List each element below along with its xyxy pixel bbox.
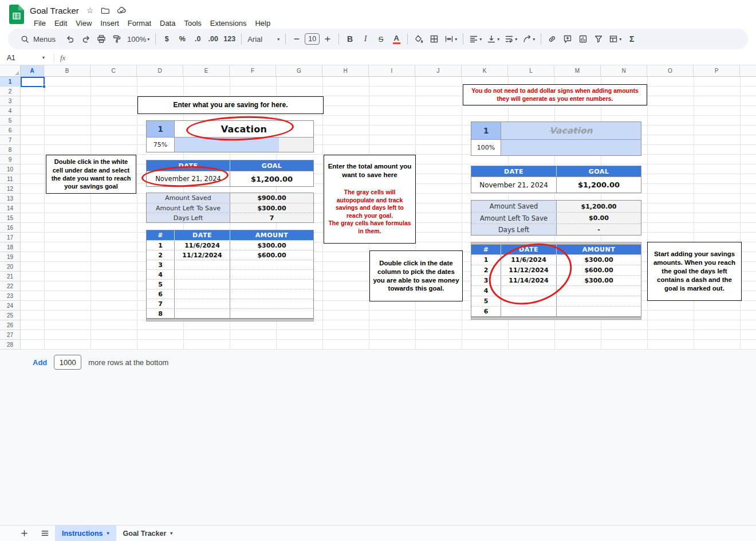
annotation-date-column[interactable]: Double click in the date column to pick … <box>369 250 463 301</box>
all-sheets-button[interactable] <box>34 526 55 541</box>
row-header-11[interactable]: 11 <box>0 174 21 184</box>
entry-date[interactable] <box>174 260 230 269</box>
menu-file[interactable]: File <box>30 18 50 29</box>
menu-insert[interactable]: Insert <box>96 18 123 29</box>
row-header-28[interactable]: 28 <box>0 340 21 350</box>
decrease-font-size-button[interactable] <box>289 32 304 46</box>
entry-date[interactable] <box>174 280 230 289</box>
entry-date[interactable] <box>174 299 230 308</box>
entry-amount[interactable]: $600.00 <box>230 250 313 260</box>
increase-decimals-button[interactable]: .00 <box>206 32 220 46</box>
goal-header-cell[interactable]: GOAL <box>230 160 313 171</box>
annotation-enter-total[interactable]: Enter the total amount you want to save … <box>324 155 416 244</box>
entry-amount[interactable] <box>230 309 313 318</box>
entry-date[interactable] <box>174 270 230 279</box>
increase-font-size-button[interactable] <box>320 32 335 46</box>
menu-format[interactable]: Format <box>124 18 155 29</box>
row-header-21[interactable]: 21 <box>0 272 21 281</box>
row-header-1[interactable]: 1 <box>0 77 21 87</box>
column-header-j[interactable]: J <box>415 65 462 77</box>
more-formats-button[interactable]: 123 <box>221 32 238 46</box>
row-header-9[interactable]: 9 <box>0 155 21 164</box>
name-box[interactable]: A1 ▾ <box>7 54 48 62</box>
text-wrap-button[interactable]: ▾ <box>502 32 519 46</box>
column-header-n[interactable]: N <box>601 65 647 77</box>
annotation-start-adding[interactable]: Start adding your savings amounts. When … <box>647 242 742 301</box>
move-folder-icon[interactable] <box>101 6 109 15</box>
format-percent-button[interactable]: % <box>175 32 190 46</box>
entry-num[interactable]: 2 <box>147 250 174 260</box>
star-icon[interactable]: ☆ <box>86 6 94 14</box>
insert-comment-button[interactable] <box>560 32 575 46</box>
paint-format-button[interactable] <box>109 32 124 46</box>
summary-value[interactable]: $0.00 <box>556 213 641 224</box>
summary-value[interactable]: $900.00 <box>230 193 313 203</box>
goal-amount-cell[interactable]: $1,200.00 <box>230 171 313 186</box>
row-header-20[interactable]: 20 <box>0 262 21 272</box>
row-header-5[interactable]: 5 <box>0 116 21 126</box>
entry-amount[interactable] <box>230 299 313 308</box>
cloud-status-icon[interactable] <box>117 6 126 15</box>
summary-value[interactable]: $300.00 <box>230 203 313 213</box>
redo-button[interactable] <box>78 32 93 46</box>
tab-instructions[interactable]: Instructions ▾ <box>55 526 116 541</box>
sheets-logo-icon[interactable] <box>9 5 24 26</box>
entry-num[interactable]: 7 <box>147 299 174 308</box>
goal-header-cell[interactable]: GOAL <box>556 166 641 177</box>
row-header-3[interactable]: 3 <box>0 96 21 106</box>
goal-amount-cell[interactable]: $1,200.00 <box>556 177 641 193</box>
grid-canvas[interactable]: Enter what you are saving for here. You … <box>0 77 756 350</box>
entry-amount[interactable]: $300.00 <box>230 241 313 250</box>
menu-help[interactable]: Help <box>251 18 274 29</box>
row-header-15[interactable]: 15 <box>0 213 21 223</box>
column-header-o[interactable]: O <box>647 65 694 77</box>
row-header-8[interactable]: 8 <box>0 145 21 155</box>
menu-view[interactable]: View <box>72 18 96 29</box>
entry-date[interactable] <box>174 309 230 318</box>
row-header-19[interactable]: 19 <box>0 252 21 262</box>
row-header-2[interactable]: 2 <box>0 87 21 96</box>
entry-num[interactable]: 3 <box>147 260 174 269</box>
menu-edit[interactable]: Edit <box>50 18 71 29</box>
entry-amount[interactable] <box>230 270 313 279</box>
entry-amount[interactable] <box>556 286 641 296</box>
percent-cell[interactable]: 75% <box>147 138 174 152</box>
table-header-date[interactable]: DATE <box>174 230 230 240</box>
column-header-k[interactable]: K <box>462 65 508 77</box>
menu-extensions[interactable]: Extensions <box>206 18 251 29</box>
row-header-17[interactable]: 17 <box>0 233 21 242</box>
entry-num[interactable]: 6 <box>471 307 501 316</box>
entry-date[interactable]: 11/12/2024 <box>174 250 230 260</box>
goal-number-cell[interactable]: 1 <box>147 121 174 137</box>
text-color-button[interactable]: A <box>389 32 404 46</box>
table-header-num[interactable]: # <box>471 245 501 254</box>
strikethrough-button[interactable]: S <box>373 32 388 46</box>
functions-button[interactable]: Σ <box>624 32 639 46</box>
undo-button[interactable] <box>63 32 78 46</box>
summary-label[interactable]: Days Left <box>471 224 556 235</box>
add-rows-button[interactable]: Add <box>33 358 47 367</box>
column-header-l[interactable]: L <box>508 65 554 77</box>
entry-num[interactable]: 8 <box>147 309 174 318</box>
text-rotation-button[interactable]: ▾ <box>520 32 537 46</box>
column-header-q[interactable]: Q <box>740 65 756 77</box>
row-header-22[interactable]: 22 <box>0 281 21 291</box>
create-filter-button[interactable] <box>591 32 606 46</box>
column-header-f[interactable]: F <box>230 65 276 77</box>
summary-value[interactable]: - <box>556 224 641 235</box>
row-header-18[interactable]: 18 <box>0 242 21 252</box>
select-all-corner[interactable] <box>0 65 21 77</box>
bold-button[interactable]: B <box>342 32 357 46</box>
print-button[interactable] <box>94 32 109 46</box>
progress-bar[interactable] <box>501 140 641 155</box>
goal-date-cell[interactable]: November 21, 2024 <box>471 177 556 193</box>
entry-amount[interactable] <box>556 307 641 316</box>
annotation-no-dollar-signs[interactable]: You do not need to add dollar signs when… <box>463 84 647 105</box>
fill-color-button[interactable] <box>411 32 426 46</box>
column-header-a[interactable]: A <box>21 65 44 77</box>
entry-amount[interactable] <box>556 296 641 306</box>
column-header-d[interactable]: D <box>137 65 183 77</box>
entry-num[interactable]: 4 <box>147 270 174 279</box>
row-header-14[interactable]: 14 <box>0 203 21 213</box>
format-currency-button[interactable]: $ <box>159 32 174 46</box>
